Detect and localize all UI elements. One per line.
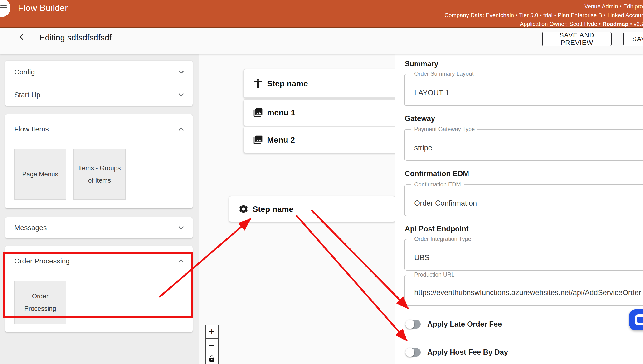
api-post-endpoint-heading: Api Post Endpoint <box>405 225 469 233</box>
step-card-label: Step name <box>252 204 294 214</box>
field-value: LAYOUT 1 <box>414 89 449 97</box>
toggle-label: Apply Late Order Fee <box>427 320 502 328</box>
arrow-to-host-fee-toggle <box>297 216 407 340</box>
tile-items-groups[interactable]: Items - Groups of Items <box>74 149 126 200</box>
app-title: Flow Builder <box>18 3 68 13</box>
config-label: Config <box>14 68 35 76</box>
company-data-line: Company Data: Eventchain • Tier 5.0 • tr… <box>444 11 643 20</box>
field-label: Payment Gateway Type <box>412 126 478 132</box>
edit-profile-link[interactable]: Edit prof <box>623 3 643 10</box>
field-label: Order Integration Type <box>412 236 474 242</box>
arrow-to-late-order-fee-toggle <box>312 211 408 308</box>
page-title: Editing sdfsdfsdfsdf <box>40 33 112 42</box>
step-card-step-name[interactable]: Step name <box>243 69 410 98</box>
messages-label: Messages <box>14 224 47 232</box>
chevron-up-icon[interactable] <box>176 256 186 266</box>
save-button[interactable]: SAVE <box>623 32 643 46</box>
step-card-menu-2[interactable]: Menu 2 <box>243 126 410 153</box>
flow-components-sidebar: Config Start Up Flow Items Page Menus It… <box>0 54 199 364</box>
toggle-label: Apply Host Fee By Day <box>427 348 508 357</box>
step-card-label: menu 1 <box>267 108 295 117</box>
field-label: Production URL <box>412 271 457 278</box>
gateway-heading: Gateway <box>405 114 435 123</box>
photo-library-icon <box>253 108 263 118</box>
messages-card: Messages <box>5 217 192 238</box>
step-card-menu-1[interactable]: menu 1 <box>243 99 410 126</box>
hamburger-icon <box>0 5 7 12</box>
confirmation-edm-field[interactable]: Confirmation EDM Order Confirmation <box>404 184 643 216</box>
apply-late-order-fee-toggle[interactable] <box>406 320 421 328</box>
field-value: https://eventhubnswfunctions.azurewebsit… <box>414 288 641 297</box>
tile-order-processing[interactable]: Order Processing <box>14 281 66 324</box>
flow-items-card: Flow Items Page Menus Items - Groups of … <box>5 114 192 208</box>
field-value: Order Confirmation <box>414 199 477 208</box>
apply-late-order-fee-row: Apply Late Order Fee <box>406 320 502 329</box>
config-startup-card: Config Start Up <box>5 61 192 106</box>
chevron-down-icon[interactable] <box>176 67 186 77</box>
save-and-preview-button[interactable]: SAVE AND PREVIEW <box>542 32 612 46</box>
apply-host-fee-by-day-toggle[interactable] <box>406 348 421 357</box>
field-label: Confirmation EDM <box>412 181 464 188</box>
sidebar-item-flow-items[interactable]: Flow Items <box>5 114 192 144</box>
summary-heading: Summary <box>405 60 438 68</box>
chevron-down-icon[interactable] <box>176 222 186 233</box>
step-card-label: Menu 2 <box>267 135 295 144</box>
payment-gateway-type-field[interactable]: Payment Gateway Type stripe <box>404 129 643 161</box>
sidebar-item-messages[interactable]: Messages <box>5 217 192 238</box>
chat-widget-button[interactable] <box>629 309 643 330</box>
field-label: Order Summary Layout <box>412 70 476 77</box>
accessibility-icon <box>253 78 263 89</box>
gear-icon <box>238 204 249 214</box>
startup-label: Start Up <box>14 91 40 99</box>
apply-host-fee-by-day-row: Apply Host Fee By Day <box>406 348 508 357</box>
field-value: UBS <box>414 254 430 262</box>
application-owner-line: Application Owner: Scott Hyde • Roadmap … <box>444 20 643 28</box>
account-meta: Venue Admin • Edit prof Company Data: Ev… <box>444 2 643 28</box>
confirmation-edm-heading: Confirmation EDM <box>405 170 469 178</box>
sidebar-item-startup[interactable]: Start Up <box>5 84 192 106</box>
zoom-out-button[interactable]: − <box>205 338 219 352</box>
tile-page-menus[interactable]: Page Menus <box>14 149 66 200</box>
field-value: stripe <box>414 144 432 152</box>
chat-bubble-icon <box>635 314 643 325</box>
flow-items-label: Flow Items <box>14 125 49 133</box>
step-card-label: Step name <box>267 79 308 88</box>
lock-button[interactable] <box>205 352 219 364</box>
zoom-in-button[interactable]: + <box>205 324 219 339</box>
canvas-zoom-control: + − <box>205 325 220 364</box>
unlock-icon <box>208 355 216 362</box>
app-bar: Flow Builder Venue Admin • Edit prof Com… <box>0 0 643 28</box>
hamburger-menu-button[interactable] <box>0 0 10 17</box>
toggle-thumb <box>406 320 414 329</box>
chevron-up-icon[interactable] <box>176 124 186 134</box>
production-url-field[interactable]: Production URL https://eventhubnswfuncti… <box>404 274 643 306</box>
venue-admin-line: Venue Admin • Edit prof <box>444 2 643 11</box>
order-processing-card: Order Processing Order Processing <box>5 246 192 332</box>
step-inspector-panel: Summary Order Summary Layout LAYOUT 1 Ga… <box>396 54 643 364</box>
chevron-down-icon[interactable] <box>176 90 186 100</box>
sidebar-item-config[interactable]: Config <box>5 61 192 83</box>
chevron-left-icon <box>16 31 28 42</box>
linked-accounts-link[interactable]: Linked Accoun <box>607 12 643 18</box>
back-button[interactable] <box>16 31 28 42</box>
photo-library-icon <box>253 134 263 145</box>
order-summary-layout-field[interactable]: Order Summary Layout LAYOUT 1 <box>404 74 643 106</box>
order-integration-type-field[interactable]: Order Integration Type UBS <box>404 239 643 270</box>
step-card-order-step[interactable]: Step name <box>229 196 396 222</box>
toggle-thumb <box>406 348 414 357</box>
order-processing-label: Order Processing <box>14 257 70 265</box>
sidebar-item-order-processing[interactable]: Order Processing <box>5 246 192 276</box>
